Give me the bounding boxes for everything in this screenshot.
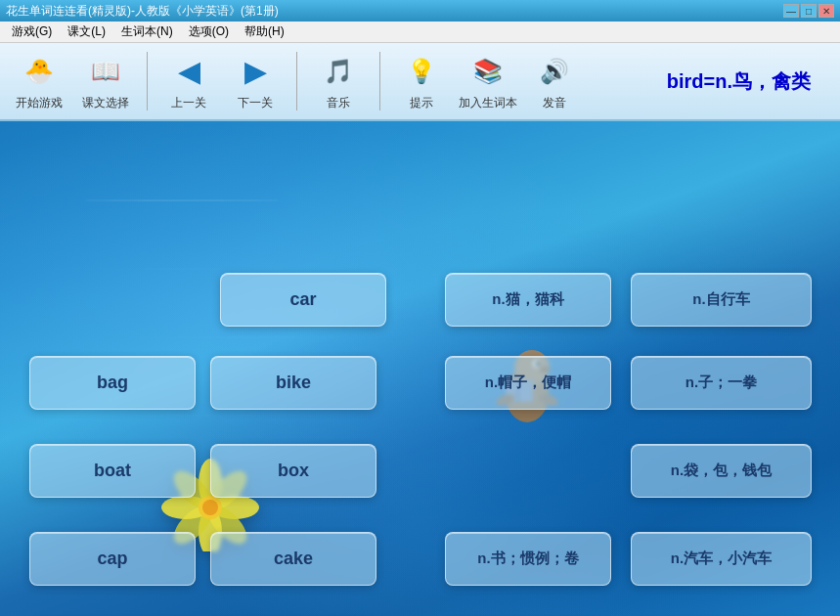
prev-level-button[interactable]: ◀ 上一关 bbox=[159, 52, 218, 111]
speak-label: 发音 bbox=[543, 95, 566, 111]
menubar: 游戏(G) 课文(L) 生词本(N) 选项(O) 帮助(H) bbox=[0, 22, 840, 43]
book-icon: 📖 bbox=[86, 52, 125, 91]
lesson-select-label: 课文选择 bbox=[82, 95, 129, 111]
next-level-button[interactable]: ▶ 下一关 bbox=[226, 52, 285, 111]
menu-help[interactable]: 帮助(H) bbox=[237, 22, 292, 42]
speaker-icon: 🔊 bbox=[535, 52, 574, 91]
card-bag[interactable]: bag bbox=[29, 356, 196, 410]
card-cn-book[interactable]: n.书；惯例；卷 bbox=[445, 532, 611, 586]
titlebar: 花生单词连连看(精灵版)-人教版《小学英语》(第1册) — □ ✕ bbox=[0, 0, 840, 22]
card-cn-hat[interactable]: n.帽子，便帽 bbox=[445, 356, 611, 410]
word-display: bird=n.鸟，禽类 bbox=[592, 68, 830, 95]
card-cn-bike[interactable]: n.自行车 bbox=[631, 273, 812, 327]
menu-wordbook[interactable]: 生词本(N) bbox=[113, 22, 181, 42]
card-car[interactable]: car bbox=[220, 273, 386, 327]
svg-point-9 bbox=[202, 500, 218, 515]
start-game-label: 开始游戏 bbox=[16, 95, 63, 111]
menu-game[interactable]: 游戏(G) bbox=[4, 22, 60, 42]
card-cn-car[interactable]: n.汽车，小汽车 bbox=[631, 532, 812, 586]
bulb-icon: 💡 bbox=[402, 52, 441, 91]
card-boat[interactable]: boat bbox=[29, 444, 196, 498]
divider-2 bbox=[296, 52, 297, 110]
card-cake[interactable]: cake bbox=[210, 532, 376, 586]
music-icon: 🎵 bbox=[319, 52, 358, 91]
lesson-select-button[interactable]: 📖 课文选择 bbox=[76, 52, 135, 111]
card-cap[interactable]: cap bbox=[29, 532, 196, 586]
music-label: 音乐 bbox=[327, 95, 350, 111]
music-button[interactable]: 🎵 音乐 bbox=[309, 52, 368, 111]
prev-icon: ◀ bbox=[169, 52, 208, 91]
card-box[interactable]: box bbox=[210, 444, 376, 498]
speak-button[interactable]: 🔊 发音 bbox=[525, 52, 584, 111]
game-area: car bag bike boat box cap cake book cat … bbox=[0, 121, 840, 616]
next-level-label: 下一关 bbox=[238, 95, 273, 111]
wordbook-icon: 📚 bbox=[468, 52, 508, 91]
add-wordbook-label: 加入生词本 bbox=[459, 95, 517, 111]
toolbar: 🐣 开始游戏 📖 课文选择 ◀ 上一关 ▶ 下一关 🎵 音乐 💡 提示 📚 加入… bbox=[0, 43, 840, 121]
hint-button[interactable]: 💡 提示 bbox=[392, 52, 451, 111]
maximize-button[interactable]: □ bbox=[801, 4, 817, 18]
card-cn-bag[interactable]: n.袋，包，钱包 bbox=[631, 444, 812, 498]
start-game-button[interactable]: 🐣 开始游戏 bbox=[10, 52, 68, 111]
window-controls: — □ ✕ bbox=[783, 4, 834, 18]
card-cn-cat[interactable]: n.猫，猫科 bbox=[445, 273, 611, 327]
divider-3 bbox=[379, 52, 380, 110]
menu-options[interactable]: 选项(O) bbox=[181, 22, 237, 42]
hint-label: 提示 bbox=[410, 95, 433, 111]
next-icon: ▶ bbox=[236, 52, 275, 91]
minimize-button[interactable]: — bbox=[783, 4, 799, 18]
add-wordbook-button[interactable]: 📚 加入生词本 bbox=[459, 52, 517, 111]
close-button[interactable]: ✕ bbox=[818, 4, 834, 18]
prev-level-label: 上一关 bbox=[171, 95, 206, 111]
card-bike[interactable]: bike bbox=[210, 356, 376, 410]
menu-lesson[interactable]: 课文(L) bbox=[60, 22, 113, 42]
divider-1 bbox=[147, 52, 148, 110]
card-cn-fist[interactable]: n.子；一拳 bbox=[631, 356, 812, 410]
duck-icon: 🐣 bbox=[20, 52, 59, 91]
title-text: 花生单词连连看(精灵版)-人教版《小学英语》(第1册) bbox=[6, 3, 783, 20]
